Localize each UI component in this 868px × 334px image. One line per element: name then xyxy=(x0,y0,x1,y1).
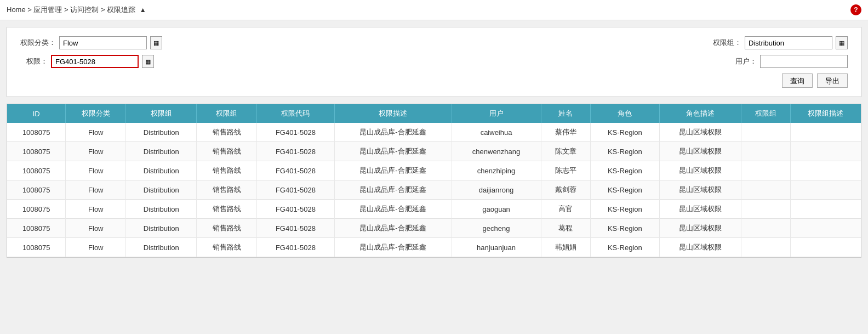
table-cell: 销售路线 xyxy=(197,180,257,200)
table-cell: 昆山区域权限 xyxy=(659,123,741,142)
table-cell: KS-Region xyxy=(590,180,659,200)
table-row: 1008075FlowDistribution销售路线FG401-5028昆山成… xyxy=(7,200,861,219)
col-header-desc: 权限描述 xyxy=(334,104,452,123)
table-cell: Flow xyxy=(66,238,126,257)
table-cell: hanjuanjuan xyxy=(452,238,541,257)
table-cell: 昆山成品库-合肥延鑫 xyxy=(334,200,452,219)
col-header-role-desc: 角色描述 xyxy=(659,104,741,123)
table-cell: KS-Region xyxy=(590,142,659,161)
table-cell: 昆山成品库-合肥延鑫 xyxy=(334,238,452,257)
table-cell: 1008075 xyxy=(7,180,66,200)
table-cell: Flow xyxy=(66,200,126,219)
table-cell: KS-Region xyxy=(590,123,659,142)
col-header-code: 权限代码 xyxy=(257,104,334,123)
table-cell xyxy=(741,142,790,161)
table-cell: 昆山区域权限 xyxy=(659,161,741,180)
table-cell: 销售路线 xyxy=(197,238,257,257)
table-cell: 昆山区域权限 xyxy=(659,238,741,257)
user-label: 用户： xyxy=(729,56,757,66)
table-cell xyxy=(790,219,861,238)
table-cell: 销售路线 xyxy=(197,142,257,161)
table-cell: 昆山成品库-合肥延鑫 xyxy=(334,123,452,142)
table-cell xyxy=(741,180,790,200)
table-cell: 昆山区域权限 xyxy=(659,142,741,161)
table-cell: Distribution xyxy=(126,142,197,161)
col-header-name: 姓名 xyxy=(541,104,590,123)
permission-select-button[interactable]: ▦ xyxy=(142,55,154,68)
table-cell: FG401-5028 xyxy=(257,142,334,161)
table-cell: gaoguan xyxy=(452,200,541,219)
table-cell: KS-Region xyxy=(590,200,659,219)
group-filter-group: 权限组： ▦ xyxy=(713,36,848,49)
table-cell xyxy=(741,238,790,257)
permission-input[interactable] xyxy=(51,55,139,68)
category-input[interactable] xyxy=(59,36,147,49)
table-cell: 销售路线 xyxy=(197,123,257,142)
category-select-button[interactable]: ▦ xyxy=(150,36,162,49)
table-cell: 昆山成品库-合肥延鑫 xyxy=(334,219,452,238)
breadcrumb: Home > 应用管理 > 访问控制 > 权限追踪 ▲ xyxy=(7,5,146,15)
filter-row-2: 权限： ▦ 用户： xyxy=(20,55,848,68)
table-cell: 昆山成品库-合肥延鑫 xyxy=(334,161,452,180)
table-cell: Distribution xyxy=(126,161,197,180)
category-group: 权限分类： ▦ xyxy=(20,36,162,49)
table-cell: 昆山成品库-合肥延鑫 xyxy=(334,180,452,200)
table-cell: daijianrong xyxy=(452,180,541,200)
table-cell: 1008075 xyxy=(7,161,66,180)
table-cell: 高官 xyxy=(541,200,590,219)
permission-group: 权限： ▦ xyxy=(20,55,154,68)
col-header-pgroup: 权限组 xyxy=(741,104,790,123)
table-cell: 1008075 xyxy=(7,142,66,161)
table-cell xyxy=(741,200,790,219)
group-input[interactable] xyxy=(745,36,832,49)
table-cell: 葛程 xyxy=(541,219,590,238)
filter-panel: 权限分类： ▦ 权限组： ▦ 权限： ▦ 用户： xyxy=(7,27,861,97)
table-cell: chenzhiping xyxy=(452,161,541,180)
table-cell: 昆山区域权限 xyxy=(659,200,741,219)
table-cell: FG401-5028 xyxy=(257,123,334,142)
data-table: ID 权限分类 权限组 权限组 权限代码 权限描述 用户 姓名 角色 角色描述 … xyxy=(7,104,861,257)
category-label: 权限分类： xyxy=(20,38,56,48)
permission-label: 权限： xyxy=(20,56,48,66)
col-header-category: 权限分类 xyxy=(66,104,126,123)
group-label: 权限组： xyxy=(713,38,741,48)
table-cell xyxy=(790,238,861,257)
user-input[interactable] xyxy=(760,55,848,68)
table-cell: 昆山区域权限 xyxy=(659,219,741,238)
table-cell: FG401-5028 xyxy=(257,219,334,238)
table-cell: Flow xyxy=(66,219,126,238)
group-select-button[interactable]: ▦ xyxy=(836,36,848,49)
table-cell: 销售路线 xyxy=(197,200,257,219)
table-body: 1008075FlowDistribution销售路线FG401-5028昆山成… xyxy=(7,123,861,257)
help-icon[interactable]: ? xyxy=(850,4,861,15)
table-cell: 韩娟娟 xyxy=(541,238,590,257)
table-cell xyxy=(741,161,790,180)
table-cell: Flow xyxy=(66,161,126,180)
table-cell: Distribution xyxy=(126,180,197,200)
col-header-group2: 权限组 xyxy=(197,104,257,123)
table-header-row: ID 权限分类 权限组 权限组 权限代码 权限描述 用户 姓名 角色 角色描述 … xyxy=(7,104,861,123)
table-cell: FG401-5028 xyxy=(257,161,334,180)
table-cell: gecheng xyxy=(452,219,541,238)
table-row: 1008075FlowDistribution销售路线FG401-5028昆山成… xyxy=(7,161,861,180)
table-cell: 戴剑蓉 xyxy=(541,180,590,200)
table-cell: 昆山成品库-合肥延鑫 xyxy=(334,142,452,161)
table-row: 1008075FlowDistribution销售路线FG401-5028昆山成… xyxy=(7,219,861,238)
table-row: 1008075FlowDistribution销售路线FG401-5028昆山成… xyxy=(7,238,861,257)
table-cell: 销售路线 xyxy=(197,161,257,180)
table-row: 1008075FlowDistribution销售路线FG401-5028昆山成… xyxy=(7,142,861,161)
table-cell: 蔡伟华 xyxy=(541,123,590,142)
table-cell: 昆山区域权限 xyxy=(659,180,741,200)
table-cell xyxy=(790,180,861,200)
query-button[interactable]: 查询 xyxy=(782,73,813,88)
export-button[interactable]: 导出 xyxy=(817,73,848,88)
table-row: 1008075FlowDistribution销售路线FG401-5028昆山成… xyxy=(7,180,861,200)
table-cell: 1008075 xyxy=(7,219,66,238)
select-icon: ▦ xyxy=(153,39,159,47)
table-cell: Distribution xyxy=(126,123,197,142)
up-arrow-icon: ▲ xyxy=(140,6,146,14)
col-header-user: 用户 xyxy=(452,104,541,123)
table-cell: FG401-5028 xyxy=(257,180,334,200)
table-cell xyxy=(741,123,790,142)
filter-row-1: 权限分类： ▦ 权限组： ▦ xyxy=(20,36,848,49)
